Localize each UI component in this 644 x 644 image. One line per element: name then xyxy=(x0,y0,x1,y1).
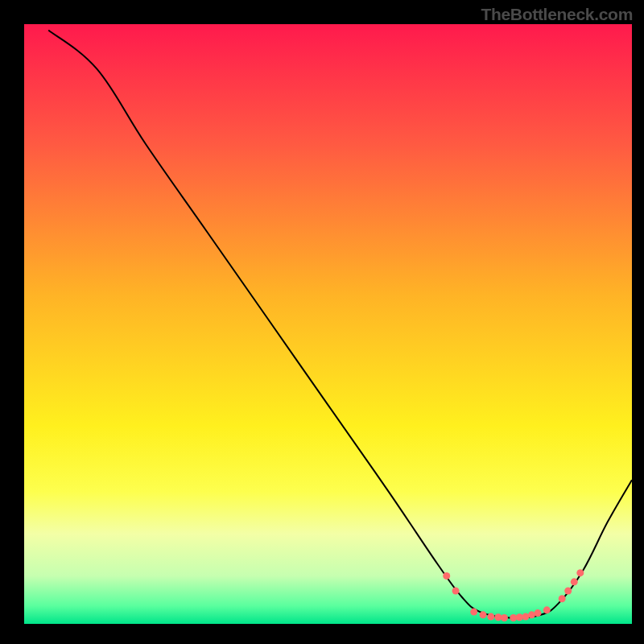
marker-dot xyxy=(452,588,460,595)
watermark-text: TheBottleneck.com xyxy=(481,5,633,24)
marker-dot xyxy=(443,572,450,580)
marker-dot xyxy=(543,606,551,613)
bottleneck-chart xyxy=(0,0,644,644)
plot-background xyxy=(24,24,632,624)
marker-dot xyxy=(534,609,541,617)
marker-dot xyxy=(480,611,487,618)
marker-dot xyxy=(564,588,572,595)
marker-dot xyxy=(470,609,477,616)
marker-dot xyxy=(487,613,494,621)
marker-dot xyxy=(501,614,508,621)
marker-dot xyxy=(571,578,578,585)
marker-dot xyxy=(559,595,566,602)
marker-dot xyxy=(576,569,584,576)
